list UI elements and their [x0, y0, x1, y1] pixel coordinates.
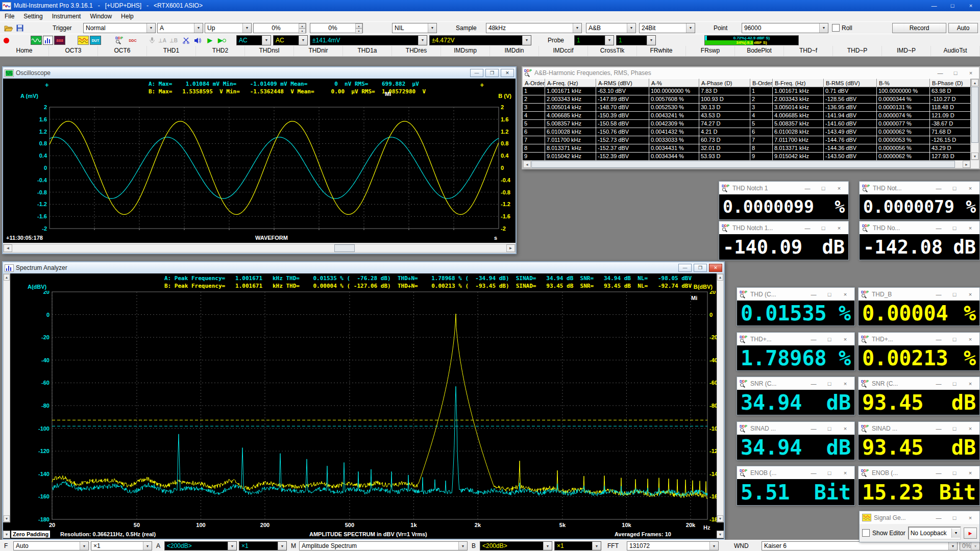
chevron-down-icon[interactable]: ▼ — [948, 542, 957, 550]
minimize-button[interactable]: — — [934, 70, 947, 76]
table-row[interactable]: 22.003343 kHz-147.89 dBV0.0057608 %100.9… — [523, 95, 971, 104]
a-mult-select[interactable]: ×1▼ — [239, 541, 287, 550]
maximize-button[interactable]: □ — [948, 381, 961, 387]
maximize-button[interactable]: □ — [948, 291, 961, 297]
close-button[interactable]: × — [964, 225, 977, 231]
close-button[interactable]: × — [832, 185, 846, 191]
panel-titlebar[interactable]: DDPTHD+...—□× — [859, 333, 979, 345]
minimize-button[interactable]: — — [807, 336, 820, 342]
vertical-scrollbar[interactable]: ▲ ▼ — [971, 79, 979, 160]
chevron-down-icon[interactable]: ▼ — [522, 36, 531, 45]
chevron-down-icon[interactable]: ▼ — [458, 542, 467, 550]
roll-checkbox[interactable]: Roll — [832, 24, 852, 32]
oscilloscope-icon[interactable] — [31, 36, 42, 45]
maximize-button[interactable]: □ — [949, 70, 962, 76]
tab-imddin[interactable]: IMDdin — [490, 46, 539, 56]
tab-imdsmp[interactable]: IMDsmp — [441, 46, 490, 56]
minimize-button[interactable]: — — [932, 336, 945, 342]
chevron-down-icon[interactable]: ▼ — [299, 36, 307, 45]
close-button[interactable]: × — [964, 381, 977, 387]
menu-window[interactable]: Window — [85, 11, 116, 21]
spin-down-icon[interactable]: ▼ — [299, 29, 306, 34]
minimize-button[interactable]: — — [932, 470, 945, 476]
tab-imdccif[interactable]: IMDccif — [539, 46, 588, 56]
record-button[interactable]: Record — [892, 23, 946, 33]
bit-depth-select[interactable]: 24Bit▼ — [639, 23, 695, 33]
harmonics-table[interactable]: A-OrderA-Freq. (Hz)A-RMS (dBV)A-%A-Phase… — [523, 79, 971, 161]
a-range-select[interactable]: <200dB>▼ — [164, 541, 237, 550]
table-row[interactable]: 11.001671 kHz-63.10 dBV100.0000000 %7.83… — [523, 87, 971, 95]
restore-button[interactable]: ❐ — [694, 264, 707, 272]
right-vertical-scrollbar[interactable]: ▲ ▼ — [717, 273, 724, 522]
minimize-button[interactable]: — — [932, 425, 945, 432]
ddp-panel-enob-[interactable]: DDPENOB (...—□×5.51Bit — [737, 466, 855, 506]
panel-titlebar[interactable]: DDPSNR (C...—□× — [737, 377, 854, 390]
close-button[interactable]: ✕ — [709, 264, 722, 272]
close-button[interactable]: ✕ — [501, 69, 514, 77]
maximize-button[interactable]: □ — [948, 336, 961, 342]
ddp-panel-snr-c-[interactable]: DDPSNR (C...—□×34.94dB — [737, 377, 855, 415]
menu-help[interactable]: Help — [116, 11, 138, 21]
spectrum-titlebar[interactable]: Spectrum Analyzer — ❐ ✕ — [3, 262, 724, 273]
minimize-button[interactable]: — — [801, 225, 814, 231]
close-button[interactable]: × — [964, 291, 977, 297]
maximize-button[interactable]: □ — [948, 425, 961, 432]
tab-audiotst[interactable]: AudioTst — [931, 46, 980, 56]
tab-oct3[interactable]: OCT3 — [49, 46, 98, 56]
save-icon[interactable] — [14, 23, 26, 33]
scroll-thumb[interactable] — [971, 87, 978, 143]
record-icon[interactable] — [2, 36, 10, 45]
spectrum-chart[interactable]: 20501002005001k2k5k10k20k202000-20-20-40… — [10, 291, 717, 531]
tab-thdnsl[interactable]: THDnsl — [245, 46, 294, 56]
close-button[interactable]: × — [832, 225, 846, 231]
trigger-edge-select[interactable]: Up▼ — [205, 23, 252, 33]
chevron-down-icon[interactable]: ▼ — [592, 542, 601, 550]
scroll-right-icon[interactable]: ► — [963, 161, 970, 168]
maximize-button[interactable]: □ — [948, 515, 961, 521]
auto-button[interactable]: Auto — [948, 23, 978, 33]
scroll-down-icon[interactable]: ▼ — [4, 515, 10, 522]
sample-rate-select[interactable]: 48kHz▼ — [486, 23, 582, 33]
panel-titlebar[interactable]: DDPSINAD ...—□× — [859, 422, 979, 435]
tab-thd1[interactable]: THD1 — [147, 46, 196, 56]
panel-titlebar[interactable]: DDPTHD_B—□× — [859, 288, 979, 300]
ddp-panel-thd-not-[interactable]: DDPTHD Not...—□×0.0000079% — [859, 181, 980, 220]
chevron-down-icon[interactable]: ▼ — [686, 23, 695, 33]
ddp-panel-thd-no-[interactable]: DDPTHD No...—□×-142.08dB — [859, 221, 980, 260]
ddp-viewer-icon[interactable]: DDP — [113, 36, 126, 45]
maximize-button[interactable]: □ — [948, 225, 961, 231]
scroll-up-icon[interactable]: ▲ — [4, 274, 10, 281]
maximize-button[interactable]: □ — [817, 185, 830, 191]
minimize-button[interactable]: — — [932, 225, 945, 231]
tab-imd~p[interactable]: IMD~P — [882, 46, 931, 56]
trigger-mode-select[interactable]: Normal▼ — [83, 23, 156, 33]
dropdown-icon[interactable]: ▼ — [717, 531, 724, 538]
spectrum-analyzer-icon[interactable] — [43, 36, 53, 45]
maximize-button[interactable]: □ — [948, 185, 961, 191]
signal-generator-icon[interactable] — [78, 36, 89, 45]
panel-titlebar[interactable]: DDPTHD (C...—□× — [737, 288, 854, 300]
tab-bodeplot[interactable]: BodePlot — [735, 46, 784, 56]
coupling-b-select[interactable]: AC▼ — [273, 35, 308, 45]
menu-instrument[interactable]: Instrument — [47, 11, 86, 21]
maximize-button[interactable]: □ — [823, 291, 836, 297]
horizontal-scrollbar[interactable]: ◄ ► — [3, 244, 516, 253]
close-button[interactable]: × — [839, 470, 852, 476]
tab-thd~p[interactable]: THD~P — [833, 46, 882, 56]
chevron-down-icon[interactable]: ▼ — [647, 36, 655, 45]
trigger-marker-b[interactable]: + — [480, 83, 484, 88]
scroll-left-icon[interactable]: ◄ — [4, 244, 12, 252]
tab-crosstlk[interactable]: CrossTlk — [588, 46, 637, 56]
chevron-down-icon[interactable]: ▼ — [709, 542, 718, 550]
speaker-icon[interactable] — [192, 36, 203, 45]
oscilloscope-plot-area[interactable]: A: Max= 1.01084 mV Min= -1.01409 mV Mean… — [3, 79, 516, 243]
column-header[interactable]: B-Freq. (Hz) — [773, 79, 824, 87]
tab-frwhite[interactable]: FRwhite — [637, 46, 686, 56]
close-button[interactable]: × — [839, 425, 852, 432]
close-button[interactable]: × — [964, 70, 977, 76]
close-button[interactable]: × — [839, 291, 852, 297]
panel-titlebar[interactable]: DDPTHD Notch 1...—□× — [719, 221, 848, 234]
panel-titlebar[interactable]: DDPTHD No...—□× — [860, 221, 979, 234]
minimize-button[interactable]: — — [932, 185, 945, 191]
minimize-button[interactable]: — — [807, 425, 820, 432]
